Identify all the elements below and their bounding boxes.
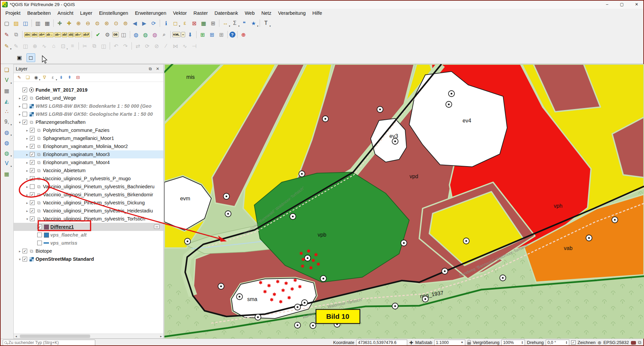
layer-checkbox[interactable] xyxy=(37,241,42,245)
layer-row-vaccinio-abietetum[interactable]: ▸✓⧉Vaccinio_Abietetum xyxy=(14,166,163,175)
layer-row-vps-umriss[interactable]: vps_umriss xyxy=(14,239,163,247)
menu-vektor[interactable]: Vektor xyxy=(170,9,190,17)
text-annotation-icon[interactable]: T▾ xyxy=(262,19,270,28)
cut-features-icon[interactable]: ✂ xyxy=(80,42,89,50)
scrollbar-thumb[interactable] xyxy=(20,335,90,338)
import-photos-icon[interactable]: ▣ xyxy=(15,53,24,62)
layer-checkbox[interactable]: ✓ xyxy=(30,128,35,133)
crs-globe-icon[interactable]: ⊕ xyxy=(597,340,601,345)
layer-checkbox[interactable]: ✓ xyxy=(22,257,27,261)
layer-checkbox[interactable]: ✓ xyxy=(30,168,35,173)
open-project-icon[interactable]: ▨ xyxy=(12,19,20,28)
add-point-cloud-icon[interactable]: ∴ xyxy=(2,107,11,116)
expander-icon[interactable]: ▸ xyxy=(24,201,30,205)
layer-row-wms-lgrb-bw-gk50-geologische-karte-1-50-[interactable]: ▸WMS LGRB-BW GK50: Geologische Karte 1 :… xyxy=(14,110,163,118)
trim-extend-icon[interactable]: ⊣ xyxy=(190,42,199,50)
panel-close-icon[interactable]: ✕ xyxy=(154,66,161,71)
add-group-icon[interactable]: ❏ xyxy=(24,74,32,81)
layer-row-eriophorum-vaginatum-molinia-moor2[interactable]: ▸✓⧉Eriophorum_vaginatum_Molinia_Moor2 xyxy=(14,142,163,150)
expander-icon[interactable]: ▸ xyxy=(24,145,30,148)
menu-hilfe[interactable]: Hilfe xyxy=(309,9,325,17)
locator-input[interactable] xyxy=(8,340,94,345)
layer-checkbox[interactable]: ✓ xyxy=(30,216,35,221)
label-hide-icon[interactable]: ab✗ xyxy=(83,32,90,37)
manage-map-themes-icon[interactable]: ◉▾ xyxy=(32,74,40,81)
filter-legend-icon[interactable]: ∇ xyxy=(41,74,48,81)
map-tips-icon[interactable]: ❝ xyxy=(240,19,249,28)
menu-verarbeitung[interactable]: Verarbeitung xyxy=(275,9,309,17)
style-manager-icon[interactable]: ✎ xyxy=(2,30,11,39)
expander-icon[interactable]: ▸ xyxy=(17,112,22,116)
layer-checkbox[interactable]: ✓ xyxy=(30,208,35,213)
menu-layer[interactable]: Layer xyxy=(77,9,96,17)
select-features-icon[interactable]: ◻▾ xyxy=(171,19,180,28)
layer-row-openstreetmap-standard[interactable]: ▾✓OpenStreetMap Standard xyxy=(14,255,163,263)
add-wms-icon[interactable]: ◍▾ xyxy=(2,149,11,157)
scroll-left-icon[interactable]: ◂ xyxy=(14,335,18,338)
label-toggle-icon[interactable]: ab| xyxy=(68,32,74,37)
check-geometries-icon[interactable]: ✔ xyxy=(94,30,102,39)
extensions-icon[interactable]: ⧉ xyxy=(638,340,641,345)
layer-checkbox[interactable]: ✓ xyxy=(22,249,27,253)
add-wfs-icon[interactable]: V▾ xyxy=(2,159,11,168)
add-line-feature-icon[interactable]: ∿ xyxy=(40,42,49,50)
add-raster-layer-icon[interactable]: ▦ xyxy=(2,86,11,95)
remove-layer-icon[interactable]: ⊟ xyxy=(74,74,82,81)
merge-features-icon[interactable]: ⋈ xyxy=(171,42,180,50)
menu-einstellungen[interactable]: Einstellungen xyxy=(96,9,131,17)
locator-search[interactable] xyxy=(3,340,95,346)
map-canvas[interactable]: misevmev3ev4vpdvpbvphvabsmansg_1937Rundw… xyxy=(164,64,644,339)
extent-toggle-icon[interactable]: ✚ xyxy=(409,340,413,345)
layer-checkbox[interactable]: ✓ xyxy=(22,88,27,92)
menu-raster[interactable]: Raster xyxy=(190,9,211,17)
coordinate-input[interactable]: 473631.0,5397479.6 xyxy=(356,340,407,346)
messages-icon[interactable] xyxy=(631,341,636,345)
raster-region-select-icon[interactable]: ◻ xyxy=(26,53,35,62)
metasearch-pink-globe-icon[interactable]: ◍ xyxy=(151,30,159,39)
layer-row-vps-flaeche-alt[interactable]: vps_flaeche_alt xyxy=(14,231,163,239)
undo-icon[interactable]: ↶ xyxy=(112,42,120,50)
dropdown-arrow-icon[interactable]: ▾ xyxy=(56,79,57,81)
paste-features-icon[interactable]: ◫ xyxy=(99,42,108,50)
layer-checkbox[interactable]: ✓ xyxy=(37,225,42,229)
label-show-icon[interactable]: ab✓ xyxy=(74,32,82,37)
layer-checkbox[interactable]: ✓ xyxy=(22,96,27,100)
html-export-icon[interactable]: ‹› xyxy=(181,32,185,37)
dropdown-arrow-icon[interactable]: ▾ xyxy=(179,25,180,28)
osm-download-icon[interactable]: ⬇ xyxy=(186,30,195,39)
menu-ansicht[interactable]: Ansicht xyxy=(54,9,77,17)
copy-style-icon[interactable]: ⧉ xyxy=(12,30,20,39)
search-layers-icon[interactable]: ⌕ xyxy=(160,30,169,39)
layer-row-polytrichum-commune-fazies[interactable]: ▸✓⧉Polytrichum_commune_Fazies xyxy=(14,126,163,134)
layer-row-eriophorum-vaginatum-moor4[interactable]: ▸✓⧉Eriophorum_vaginatum_Moor4 xyxy=(14,158,163,166)
label-rotate-icon[interactable]: ab~ xyxy=(54,32,61,37)
redo-icon[interactable]: ↷ xyxy=(121,42,130,50)
scale-combo[interactable]: 1:1000▼ xyxy=(434,340,465,346)
grid-gray-icon[interactable]: ⊞ xyxy=(217,30,226,39)
layer-checkbox[interactable]: ✓ xyxy=(22,120,27,125)
expander-icon[interactable]: ▸ xyxy=(24,137,30,140)
layer-row-vaccinio-uliginosi-pinetum-sylvestris-he[interactable]: ▸✓⧉Vaccinio_uliginosi_Pinetum_sylvestris… xyxy=(14,207,163,215)
dropdown-arrow-icon[interactable]: ▾ xyxy=(229,25,230,28)
dropdown-arrow-icon[interactable]: ▾ xyxy=(10,82,12,85)
zoom-native-icon[interactable]: ⊜ xyxy=(93,19,102,28)
expander-icon[interactable]: ▸ xyxy=(24,153,30,156)
dropdown-arrow-icon[interactable]: ▾ xyxy=(269,25,271,28)
map-tip-widget-icon[interactable]: ••• xyxy=(154,225,160,229)
zoom-full-icon[interactable]: ⊛ xyxy=(102,19,111,28)
help-icon[interactable]: ? xyxy=(229,32,235,38)
expander-icon[interactable]: ▾ xyxy=(17,120,22,124)
open-layer-styling-icon[interactable]: ✎ xyxy=(15,74,23,81)
layer-row-funde-wt-2017-2019[interactable]: ✓Funde_WT_2017_2019 xyxy=(14,86,163,94)
maximize-button[interactable]: ▢ xyxy=(614,0,629,9)
magnifier-spinner[interactable]: 100%▲▼ xyxy=(501,340,525,346)
expander-icon[interactable]: ▾ xyxy=(17,257,22,261)
data-source-manager-icon[interactable]: ❏ xyxy=(2,65,11,74)
labeling-icon[interactable]: abc xyxy=(24,32,31,37)
layer-checkbox[interactable] xyxy=(37,233,42,237)
metasearch-blue-globe-icon[interactable]: ◍ xyxy=(132,30,141,39)
zoom-out-icon[interactable]: ⊖ xyxy=(84,19,92,28)
zoom-in-icon[interactable]: ⊕ xyxy=(74,19,83,28)
add-point-feature-icon[interactable]: ⊕ xyxy=(31,42,39,50)
filter-by-expression-icon[interactable]: ε▾ xyxy=(49,74,57,81)
